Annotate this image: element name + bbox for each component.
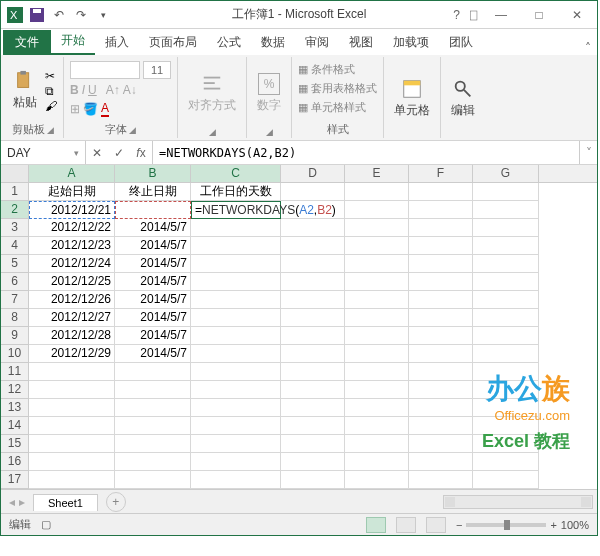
cell-E9[interactable] (345, 327, 409, 345)
cell-G14[interactable] (473, 417, 539, 435)
cell-D15[interactable] (281, 435, 345, 453)
cell-A16[interactable] (29, 453, 115, 471)
cell-F15[interactable] (409, 435, 473, 453)
cell-A6[interactable]: 2012/12/25 (29, 273, 115, 291)
cell-C1[interactable]: 工作日的天数 (191, 183, 281, 201)
cell-F6[interactable] (409, 273, 473, 291)
macro-record-icon[interactable]: ▢ (41, 518, 51, 531)
font-dialog-icon[interactable]: ◢ (129, 125, 136, 135)
paste-button[interactable]: 粘贴 (9, 68, 41, 113)
cell-E14[interactable] (345, 417, 409, 435)
view-page-break-button[interactable] (426, 517, 446, 533)
cell-D13[interactable] (281, 399, 345, 417)
cell-B13[interactable] (115, 399, 191, 417)
collapse-ribbon-icon[interactable]: ˄ (585, 41, 591, 55)
cell-F4[interactable] (409, 237, 473, 255)
cell-F10[interactable] (409, 345, 473, 363)
tab-addins[interactable]: 加载项 (383, 30, 439, 55)
tab-layout[interactable]: 页面布局 (139, 30, 207, 55)
cell-A17[interactable] (29, 471, 115, 489)
cell-F2[interactable] (409, 201, 473, 219)
cell-D16[interactable] (281, 453, 345, 471)
cell-E13[interactable] (345, 399, 409, 417)
underline-button[interactable]: U (88, 83, 97, 97)
alignment-button[interactable]: 对齐方式 (184, 71, 240, 116)
cell-B2[interactable] (115, 201, 191, 219)
cell-C2[interactable]: =NETWORKDAYS(A2,B2) (191, 201, 281, 219)
tab-home[interactable]: 开始 (51, 28, 95, 55)
cell-E10[interactable] (345, 345, 409, 363)
expand-formula-bar-icon[interactable]: ˅ (579, 141, 597, 164)
row-header[interactable]: 15 (1, 435, 29, 453)
cell-B10[interactable]: 2014/5/7 (115, 345, 191, 363)
cell-C15[interactable] (191, 435, 281, 453)
tab-view[interactable]: 视图 (339, 30, 383, 55)
cell-B11[interactable] (115, 363, 191, 381)
tab-insert[interactable]: 插入 (95, 30, 139, 55)
qat-dropdown-icon[interactable]: ▾ (95, 7, 111, 23)
cell-B8[interactable]: 2014/5/7 (115, 309, 191, 327)
cell-D10[interactable] (281, 345, 345, 363)
fill-color-button[interactable]: 🪣 (83, 102, 98, 116)
cell-D7[interactable] (281, 291, 345, 309)
formula-input[interactable]: =NETWORKDAYS(A2,B2) (153, 141, 579, 164)
cell-G1[interactable] (473, 183, 539, 201)
col-header-D[interactable]: D (281, 165, 345, 182)
cell-C3[interactable] (191, 219, 281, 237)
save-icon[interactable] (29, 7, 45, 23)
cell-C9[interactable] (191, 327, 281, 345)
select-all-corner[interactable] (1, 165, 29, 182)
cell-B7[interactable]: 2014/5/7 (115, 291, 191, 309)
cell-C10[interactable] (191, 345, 281, 363)
cell-B1[interactable]: 终止日期 (115, 183, 191, 201)
cell-D8[interactable] (281, 309, 345, 327)
col-header-E[interactable]: E (345, 165, 409, 182)
cut-icon[interactable]: ✂ (45, 69, 55, 83)
cell-F13[interactable] (409, 399, 473, 417)
number-button[interactable]: %数字 (253, 71, 285, 116)
number-dialog-icon[interactable]: ◢ (266, 127, 273, 137)
cell-C4[interactable] (191, 237, 281, 255)
cell-C14[interactable] (191, 417, 281, 435)
cell-D17[interactable] (281, 471, 345, 489)
col-header-F[interactable]: F (409, 165, 473, 182)
cell-F7[interactable] (409, 291, 473, 309)
cell-C6[interactable] (191, 273, 281, 291)
cell-C12[interactable] (191, 381, 281, 399)
cell-E8[interactable] (345, 309, 409, 327)
cell-G7[interactable] (473, 291, 539, 309)
cell-G3[interactable] (473, 219, 539, 237)
cell-D11[interactable] (281, 363, 345, 381)
cell-G6[interactable] (473, 273, 539, 291)
cell-C13[interactable] (191, 399, 281, 417)
tab-review[interactable]: 审阅 (295, 30, 339, 55)
cell-G8[interactable] (473, 309, 539, 327)
add-sheet-button[interactable]: + (106, 492, 126, 512)
row-header[interactable]: 14 (1, 417, 29, 435)
row-header[interactable]: 3 (1, 219, 29, 237)
cell-C8[interactable] (191, 309, 281, 327)
row-header[interactable]: 13 (1, 399, 29, 417)
cell-D9[interactable] (281, 327, 345, 345)
redo-icon[interactable]: ↷ (73, 7, 89, 23)
cell-F3[interactable] (409, 219, 473, 237)
row-header[interactable]: 7 (1, 291, 29, 309)
cell-E3[interactable] (345, 219, 409, 237)
cell-G4[interactable] (473, 237, 539, 255)
cells-button[interactable]: 单元格 (390, 76, 434, 121)
zoom-out-button[interactable]: − (456, 519, 462, 531)
cell-C17[interactable] (191, 471, 281, 489)
col-header-A[interactable]: A (29, 165, 115, 182)
cell-E1[interactable] (345, 183, 409, 201)
row-header[interactable]: 12 (1, 381, 29, 399)
cell-C7[interactable] (191, 291, 281, 309)
help-icon[interactable]: ? (453, 8, 460, 22)
row-header[interactable]: 10 (1, 345, 29, 363)
cell-E4[interactable] (345, 237, 409, 255)
font-color-button[interactable]: A (101, 101, 109, 117)
cell-F9[interactable] (409, 327, 473, 345)
cell-D5[interactable] (281, 255, 345, 273)
cell-D14[interactable] (281, 417, 345, 435)
zoom-slider[interactable] (466, 523, 546, 527)
copy-icon[interactable]: ⧉ (45, 84, 54, 98)
